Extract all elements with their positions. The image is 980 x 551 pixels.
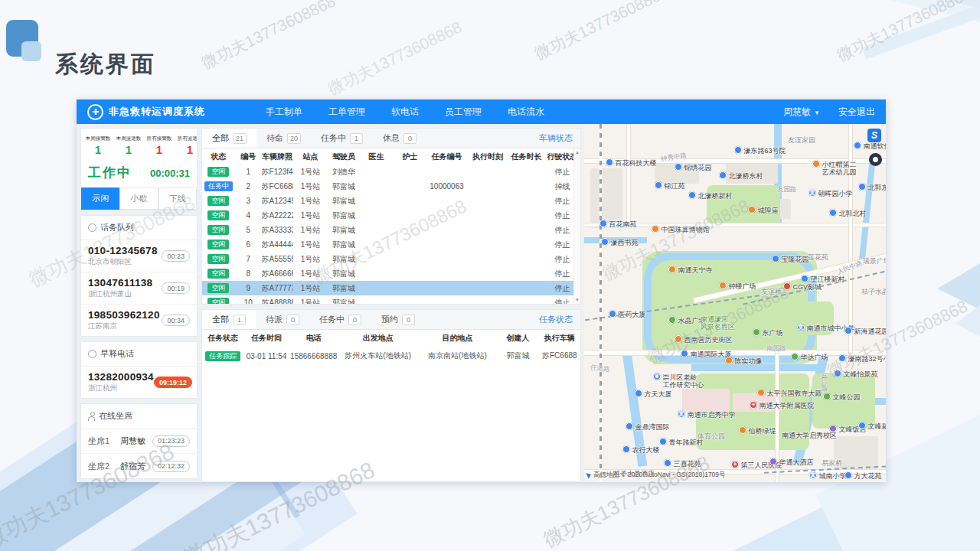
map-label-医药大厦[interactable]: 医药大厦: [609, 311, 646, 318]
table-row[interactable]: 空闲8苏A666661号站郭富城停止: [202, 266, 580, 281]
map-label-城南小学[interactable]: 文城南小学: [809, 472, 847, 480]
map-label-仙桥绿堤[interactable]: 仙桥绿堤: [739, 427, 776, 435]
map-label-文峰公园[interactable]: 文峰公园: [823, 393, 861, 401]
table-row[interactable]: 空闲10苏A888881号站郭富城停止: [202, 295, 580, 305]
call-item[interactable]: 198503962120江苏南京00:34: [81, 305, 197, 336]
map-label-西南营历史街区[interactable]: 西南营历史街区: [675, 336, 733, 344]
map-label-CGV影城[interactable]: CGV影城: [783, 283, 822, 291]
map-panel[interactable]: S 南通软件园濠东路63号院友谊家园百花科技大楼锦绣花园小红帽第二艺术幼儿园北濠…: [584, 124, 886, 482]
user-menu[interactable]: 周慧敏▼: [783, 106, 820, 119]
map-label-文峰怡景苑[interactable]: 文峰怡景苑: [834, 370, 878, 378]
map-label-北郭北村[interactable]: 北郭北村: [829, 210, 867, 217]
map-label-中国珠算博物馆[interactable]: 中国珠算博物馆: [652, 226, 710, 233]
map-label-南通大学启秀校区[interactable]: 南通大学启秀校区: [782, 432, 837, 439]
tab-任务中[interactable]: 任务中0: [309, 310, 371, 329]
map-label-百花南苑[interactable]: 百花南苑: [599, 220, 637, 228]
map-label-瑞景广场[interactable]: 瑞景广场: [863, 257, 886, 265]
tab-任务中[interactable]: 任务中1: [311, 129, 373, 148]
map-label-濠西书苑[interactable]: 濠西书苑: [601, 239, 639, 246]
scroll-up-icon[interactable]: ▲: [575, 150, 580, 155]
map-label-宝隆花园[interactable]: 宝隆花园: [772, 256, 809, 263]
nav-item-工单管理[interactable]: 工单管理: [315, 99, 378, 124]
map-label-青年路新村[interactable]: 青年路新村: [659, 439, 704, 446]
map-label-东广场[interactable]: 东广场: [753, 329, 783, 337]
map-label-新海通花园[interactable]: 新海通花园: [844, 328, 886, 335]
map-label-南通软件园[interactable]: 南通软件园: [854, 142, 886, 150]
map-label-莲花苑[interactable]: 莲花苑: [808, 253, 828, 261]
map-label-华达广场[interactable]: 华达广场: [791, 354, 828, 361]
agent-state-button-下线[interactable]: 下线: [158, 187, 197, 210]
nav-item-软电话[interactable]: 软电话: [378, 99, 432, 124]
map-label-方天大厦[interactable]: 方天大厦: [635, 390, 672, 398]
tab-待命[interactable]: 待命20: [256, 129, 311, 148]
tab-全部[interactable]: 全部21: [202, 129, 256, 148]
map-label-金鼎湾国际[interactable]: 金鼎湾国际: [626, 423, 670, 431]
map-label-濠东路63号院[interactable]: 濠东路63号院: [734, 147, 786, 155]
agent-row: 坐席1周慧敏01:23:23: [81, 429, 197, 454]
tab-预约[interactable]: 预约0: [371, 310, 425, 329]
map-label-易家桥[interactable]: 易家桥: [822, 459, 842, 467]
map-label-南通天宁寺[interactable]: 南通天宁寺: [668, 266, 713, 274]
cell-status: 空闲: [202, 254, 235, 264]
map-label-太平兴国教寺大殿[interactable]: 太平兴国教寺大殿: [757, 390, 822, 397]
map-label-友谊桥[interactable]: 友谊桥: [761, 288, 782, 295]
map-label-濠南路32号小区[interactable]: 濠南路32号小区: [838, 355, 886, 363]
call-item[interactable]: 13282000934浙江杭州09:19:12: [81, 367, 197, 398]
vehicle-status-link[interactable]: 车辆状态: [539, 132, 580, 144]
tab-待派[interactable]: 待派0: [256, 310, 309, 329]
map-label-方大花苑[interactable]: 方大花苑: [844, 472, 882, 480]
map-label-北郭东村北[interactable]: 北郭东村北: [858, 184, 886, 191]
map-label-城隍庙[interactable]: 城隍庙: [748, 207, 779, 214]
map-label-体育公园[interactable]: 体育公园: [697, 432, 725, 440]
map-label-文峰新村[interactable]: 文峰新村: [858, 422, 886, 430]
tab-全部[interactable]: 全部1: [202, 310, 256, 329]
map-label-友谊家园[interactable]: 友谊家园: [788, 136, 815, 144]
map-label-陈实功像[interactable]: 陈实功像: [725, 357, 763, 365]
nav-item-员工管理[interactable]: 员工管理: [432, 99, 495, 124]
map-label-崇川区老龄工作研究中心[interactable]: ¥崇川区老龄工作研究中心: [653, 373, 704, 390]
map-label-百花科技大楼[interactable]: 百花科技大楼: [606, 159, 657, 167]
tab-count: 0: [348, 315, 361, 325]
map-label-小红帽第二艺术幼儿园[interactable]: 小红帽第二艺术幼儿园: [812, 161, 857, 177]
map-label-农行大楼[interactable]: 农行大楼: [622, 446, 660, 454]
task-status-badge[interactable]: 任务跟踪: [205, 351, 240, 361]
map-label-华通大酒店[interactable]: 华通大酒店: [769, 458, 814, 466]
nav-item-手工制单[interactable]: 手工制单: [253, 99, 315, 124]
map-label-桔子水晶酒店[interactable]: 桔子水晶酒店: [861, 288, 886, 295]
nav-item-电话流水[interactable]: 电话流水: [495, 99, 557, 124]
map-label-锦绣花园[interactable]: 锦绣花园: [675, 164, 712, 171]
agent-state-button-示闲[interactable]: 示闲: [81, 187, 119, 210]
cell-status: 任务跟踪: [202, 351, 243, 361]
panorama-icon[interactable]: [869, 153, 882, 166]
call-item[interactable]: 010-12345678北京市朝阳区00:23: [81, 240, 197, 272]
task-status-link[interactable]: 任务状态: [539, 314, 580, 325]
agent-row: 坐席2舒宿芳02:12:32: [81, 454, 197, 478]
task-row[interactable]: 任务跟踪03-01 11:5415866668888苏州火车站(地铁站)南京南站…: [202, 346, 580, 366]
tab-休息[interactable]: 休息0: [373, 129, 426, 148]
map-label-北濠桥新村[interactable]: 北濠桥新村: [688, 192, 733, 200]
call-number: 13047611138: [88, 277, 152, 289]
map-label-南通濠河风景名胜区[interactable]: 南通濠河风景名胜区: [701, 315, 735, 331]
map-label-三喜花苑[interactable]: 三喜花苑: [664, 460, 701, 468]
map-label-朝晖园小学[interactable]: 文朝晖园小学: [808, 190, 853, 197]
map-label-南通市启秀中学[interactable]: 文南通市启秀中学: [678, 411, 736, 419]
map-label-南通大学附属医院[interactable]: +南通大学附属医院: [750, 402, 815, 409]
call-item[interactable]: 13047611138浙江杭州萧山00:19: [81, 272, 197, 305]
table-row[interactable]: 空闲4苏A222221号站郭富城停止: [202, 208, 580, 223]
table-row[interactable]: 空闲3苏A1234561号站郭富城停止: [202, 194, 580, 208]
map-label-北濠桥东村[interactable]: 北濠桥东村: [719, 172, 763, 180]
vehicle-scrollbar[interactable]: ▲▼: [573, 148, 580, 304]
table-row[interactable]: 任务中2苏FC66881号站郭富城10000063掉线: [202, 179, 580, 194]
table-row[interactable]: 空闲1苏F123f41号站刘德华停止: [202, 165, 580, 179]
map-label-锦江苑[interactable]: 锦江苑: [655, 182, 685, 190]
scroll-down-icon[interactable]: ▼: [575, 298, 580, 302]
table-row[interactable]: 空闲9苏A777771号站郭富城停止: [202, 281, 580, 295]
logout-button[interactable]: 安全退出: [838, 106, 875, 119]
map-label-南通国际大厦[interactable]: 南通国际大厦: [681, 350, 732, 358]
table-row[interactable]: 空闲6苏A444441号站郭富城停止: [202, 237, 580, 252]
agent-state-button-小歇[interactable]: 小歇: [119, 187, 158, 210]
map-label-望江楼新村[interactable]: 望江楼新村: [801, 276, 845, 283]
map-label-钟楼广场[interactable]: 钟楼广场: [719, 282, 756, 290]
table-row[interactable]: 空闲7苏A555551号站郭富城停止: [202, 252, 580, 266]
table-row[interactable]: 空闲5苏A333331号站郭富城停止: [202, 223, 580, 237]
